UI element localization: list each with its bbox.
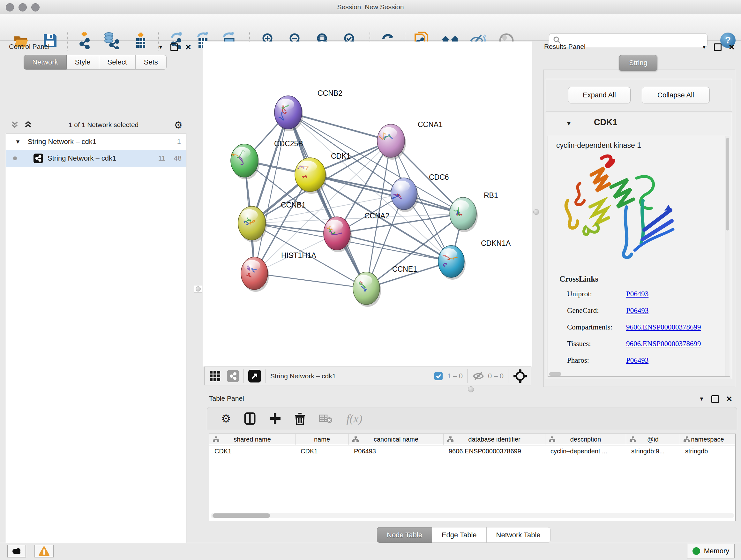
grid-view-icon[interactable] (209, 370, 221, 382)
node-label-CCNB2: CCNB2 (318, 89, 342, 98)
table-tabs: Node TableEdge TableNetwork Table (377, 527, 550, 543)
table-cell: P06493 (349, 448, 444, 455)
results-panel-collapse-icon[interactable]: ▼ (701, 44, 707, 51)
collapse-all-icon[interactable] (10, 121, 20, 129)
network-row-label: String Network – cdk1 (48, 154, 116, 163)
column-header-canonical-name[interactable]: canonical name (349, 434, 444, 445)
network-node-RB1[interactable]: RB1 (450, 191, 498, 232)
table-row[interactable]: CDK1CDK1P064939606.ENSP00000378699cyclin… (209, 445, 735, 457)
column-header-label: description (570, 436, 601, 443)
node-label-HIST1H1A: HIST1H1A (281, 251, 317, 260)
column-header-label: database identifier (468, 436, 520, 443)
edge-CCNB2-CCNE1 (288, 112, 366, 288)
column-header-namespace[interactable]: namespace (680, 434, 735, 445)
tab-network[interactable]: Network (23, 55, 67, 70)
add-column-icon[interactable] (269, 413, 281, 425)
crosslink-link[interactable]: P06493 (626, 290, 649, 298)
collection-expand-icon[interactable]: ▼ (15, 138, 21, 145)
tab-node-table[interactable]: Node Table (377, 527, 432, 543)
table-panel-close-icon[interactable]: ✕ (726, 396, 732, 402)
tab-edge-table[interactable]: Edge Table (432, 527, 487, 543)
memory-button[interactable]: Memory (687, 544, 735, 558)
delete-table-icon[interactable] (319, 413, 333, 424)
column-header-description[interactable]: description (545, 434, 626, 445)
crosslink-label: Pharos: (567, 356, 626, 365)
node-label-CDC25B: CDC25B (274, 139, 303, 148)
crosslink-link[interactable]: P06493 (626, 307, 649, 315)
crosslink-link[interactable]: P06493 (626, 356, 649, 365)
crosslink-link[interactable]: 9606.ENSP00000378699 (626, 340, 701, 348)
network-node-CDK1[interactable]: CDK1 (295, 152, 350, 194)
column-header-database-identifier[interactable]: database identifier (444, 434, 545, 445)
network-node-CCNE1[interactable]: CCNE1 (353, 265, 417, 307)
crosslink-label: GeneCard: (567, 307, 626, 315)
expand-all-icon[interactable] (23, 121, 33, 129)
node-table: shared namenamecanonical namedatabase id… (209, 434, 736, 521)
memory-status-dot (692, 547, 700, 555)
status-bar: Memory (0, 543, 741, 560)
crosslink-row: Uniprot:P06493 (567, 290, 720, 298)
node-label-CCNE1: CCNE1 (392, 265, 417, 273)
crosslink-label: Tissues: (567, 340, 626, 348)
network-node-CDKN1A[interactable]: CDKN1A (438, 239, 511, 280)
network-selection-status: 1 of 1 Network selected (33, 121, 174, 129)
results-panel-title: Results Panel (544, 43, 586, 51)
network-list: ▼ String Network – cdk1 1 String Network… (6, 133, 186, 560)
expand-all-button[interactable]: Expand All (568, 87, 630, 104)
function-builder-icon[interactable]: f(x) (346, 412, 362, 425)
main-toolbar: ? (0, 14, 741, 41)
network-row[interactable]: String Network – cdk1 11 48 (6, 150, 186, 167)
memory-label: Memory (704, 547, 729, 555)
gene-collapse-icon[interactable]: ▼ (566, 120, 572, 127)
network-node-CDC25B[interactable]: CDC25B (231, 139, 303, 179)
bottom-splitter-handle[interactable] (468, 386, 474, 392)
table-cell: stringdb (680, 448, 735, 455)
network-canvas[interactable]: CCNB2CCNA1CDC25BCDK1CDC6RB1CCNB1CCNA2CDK… (203, 42, 532, 367)
pan-crosshair-icon[interactable] (513, 369, 528, 383)
control-panel-float-icon[interactable] (171, 44, 178, 51)
string-view-icon[interactable] (227, 370, 239, 382)
string-network-icon (33, 153, 43, 163)
network-node-HIST1H1A[interactable]: HIST1H1A (241, 251, 317, 292)
tab-style[interactable]: Style (67, 55, 99, 70)
table-horizontal-scrollbar[interactable] (211, 513, 734, 518)
control-panel-close-icon[interactable]: ✕ (185, 44, 192, 50)
column-header-@id[interactable]: @id (626, 434, 680, 445)
warning-button[interactable] (35, 545, 54, 557)
collection-label: String Network – cdk1 (28, 138, 96, 146)
collapse-all-button[interactable]: Collapse All (642, 87, 710, 104)
table-settings-gear-icon[interactable]: ⚙ (221, 412, 231, 425)
cloud-button[interactable] (7, 545, 26, 557)
selected-nodes-checkbox[interactable] (434, 372, 443, 380)
title-bar: Session: New Session (0, 0, 741, 14)
table-panel-collapse-icon[interactable]: ▼ (699, 396, 704, 402)
column-header-label: name (314, 436, 330, 443)
network-node-CCNA1[interactable]: CCNA1 (377, 120, 443, 160)
network-options-gear-icon[interactable]: ⚙ (174, 119, 183, 131)
column-header-name[interactable]: name (295, 434, 349, 445)
table-cell: stringdb:9... (626, 448, 680, 455)
right-splitter-handle[interactable] (533, 209, 539, 215)
control-panel-collapse-icon[interactable]: ▼ (158, 44, 163, 51)
network-collection-row[interactable]: ▼ String Network – cdk1 1 (6, 133, 186, 150)
crosslink-link[interactable]: 9606.ENSP00000378699 (626, 323, 701, 331)
column-header-label: @id (647, 436, 659, 443)
left-splitter-handle[interactable] (194, 285, 202, 293)
results-vertical-scrollbar[interactable] (725, 136, 730, 376)
results-panel-close-icon[interactable]: ✕ (729, 44, 735, 50)
table-panel-title: Table Panel (209, 395, 244, 402)
show-columns-icon[interactable] (244, 412, 256, 425)
network-node-CCNA2[interactable]: CCNA2 (324, 212, 389, 252)
results-panel-float-icon[interactable] (714, 44, 722, 51)
tab-sets[interactable]: Sets (136, 55, 166, 70)
tab-select[interactable]: Select (99, 55, 136, 70)
birdseye-view-icon[interactable] (248, 370, 261, 382)
results-horizontal-scrollbar[interactable] (549, 372, 561, 376)
tab-string[interactable]: String (619, 55, 657, 71)
table-panel-float-icon[interactable] (711, 395, 719, 403)
node-label-CDK1: CDK1 (331, 152, 350, 160)
tab-network-table[interactable]: Network Table (487, 527, 550, 543)
delete-column-icon[interactable] (294, 412, 306, 425)
column-header-shared-name[interactable]: shared name (209, 434, 295, 445)
network-column-icon (683, 436, 690, 442)
